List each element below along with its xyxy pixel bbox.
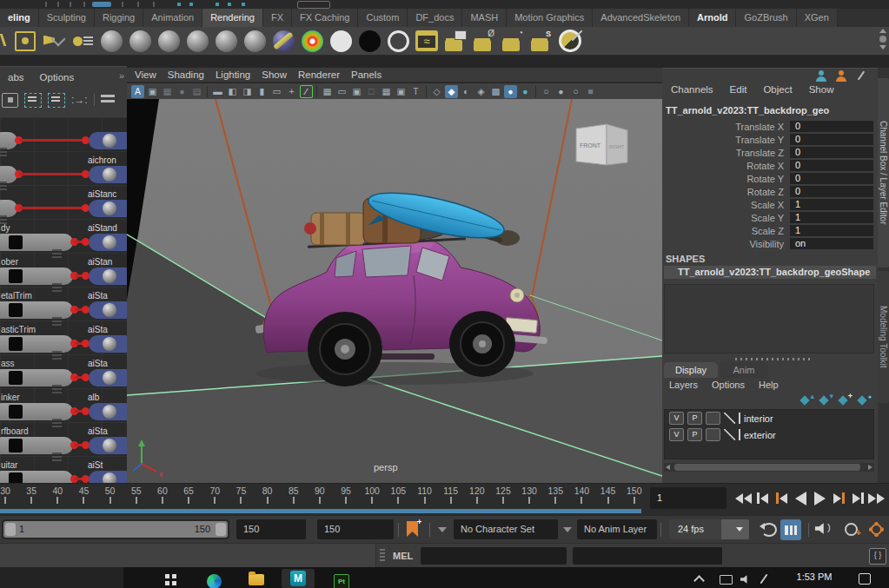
renderer-a-icon[interactable]: A xyxy=(131,85,144,98)
ramp-shader-icon[interactable] xyxy=(300,29,324,54)
layer-color-swatch[interactable] xyxy=(724,413,735,424)
scene-end-field[interactable]: 150 xyxy=(317,519,394,539)
anim-layer-dropdown-icon[interactable] xyxy=(563,527,572,532)
material-sphere-icon[interactable] xyxy=(242,29,267,54)
attribute-label[interactable]: Rotate Z xyxy=(662,187,790,197)
textured-icon[interactable]: ◈ xyxy=(474,85,488,98)
viewport-menu-item[interactable]: Shading xyxy=(168,69,204,80)
attribute-label[interactable]: Translate X xyxy=(662,122,790,132)
taskbar-clock[interactable]: 1:53 PM xyxy=(789,571,839,582)
bookmark-icon[interactable]: ▮ xyxy=(255,85,269,98)
pen-tray-icon[interactable] xyxy=(760,574,767,585)
play-forwards-button[interactable] xyxy=(811,487,828,509)
attribute-value-field[interactable]: 1 xyxy=(790,225,873,236)
shelf-scrollbar[interactable] xyxy=(878,29,888,55)
shelf-tab[interactable]: DF_docs xyxy=(408,9,462,27)
resolution-gate-icon[interactable]: ▣ xyxy=(350,85,363,98)
attribute-label[interactable]: Scale X xyxy=(662,200,790,210)
person-orange-icon[interactable] xyxy=(835,69,847,82)
layout-icon[interactable]: ▤ xyxy=(190,85,203,98)
shape-node-row[interactable]: TT_arnold_v2023:TT_backdrop_geoShape xyxy=(664,266,876,279)
channel-box-menu-item[interactable]: Show xyxy=(809,84,834,95)
move-layer-down-icon[interactable] xyxy=(819,393,833,406)
light-editor-icon[interactable] xyxy=(70,29,95,54)
script-editor-icon[interactable] xyxy=(869,548,886,565)
paint-target-icon[interactable] xyxy=(558,29,582,54)
material-node-row[interactable]: rfboard aiSta xyxy=(0,426,127,459)
shelf-tab[interactable]: MASH xyxy=(462,9,507,27)
layer-editor-menu-item[interactable]: Layers xyxy=(669,380,698,390)
material-node-row[interactable] xyxy=(0,121,127,155)
xray-icon[interactable]: ■ xyxy=(584,85,597,98)
material-sphere-icon[interactable] xyxy=(156,29,181,54)
go-to-start-button[interactable] xyxy=(734,487,752,509)
attribute-label[interactable]: Visibility xyxy=(662,239,790,249)
maya-app-icon[interactable]: M xyxy=(290,571,306,586)
shader-node[interactable] xyxy=(89,234,127,251)
camera-settings-icon[interactable]: ◨ xyxy=(241,85,254,98)
mel-label[interactable]: MEL xyxy=(393,544,413,568)
channel-box-menu-item[interactable]: Edit xyxy=(730,84,747,95)
layer-playback-toggle[interactable]: P xyxy=(687,412,702,425)
material-node-row[interactable]: inker alb xyxy=(0,392,127,426)
view-cube[interactable]: FRONT RIGHT xyxy=(576,124,627,165)
circle-outline-icon[interactable]: ○ xyxy=(569,85,582,98)
volume-tray-icon[interactable] xyxy=(740,575,749,584)
attribute-value-field[interactable]: 0 xyxy=(790,186,873,197)
field-chart-icon[interactable]: ▦ xyxy=(380,85,393,98)
clip-editor-icon[interactable] xyxy=(780,519,801,540)
shader-node[interactable] xyxy=(89,132,127,149)
character-set-dropdown-icon[interactable] xyxy=(438,527,447,532)
attribute-value-field[interactable]: on xyxy=(790,238,873,249)
drag-grip[interactable] xyxy=(380,549,385,563)
grid-icon[interactable]: ▦ xyxy=(321,85,334,98)
folder-window-icon[interactable] xyxy=(443,29,468,54)
attribute-label[interactable]: Translate Z xyxy=(662,148,790,158)
attribute-label[interactable]: Scale Z xyxy=(662,226,790,236)
material-sphere-icon[interactable] xyxy=(185,29,209,54)
animation-end-field[interactable]: 150 xyxy=(236,519,306,539)
display-tray-icon[interactable] xyxy=(720,575,733,585)
display-layer-row[interactable]: V P interior xyxy=(665,410,873,426)
pt-app-icon[interactable]: Pt xyxy=(334,574,349,588)
attribute-value-field[interactable]: 0 xyxy=(790,134,873,145)
material-node-row[interactable]: asticTrim aiSta xyxy=(0,324,127,358)
viewport-menu-item[interactable]: View xyxy=(135,69,156,80)
shader-node[interactable] xyxy=(89,403,127,420)
material-node-row[interactable]: dy aiStand xyxy=(0,222,127,256)
material-node-row[interactable]: uitar aiSt xyxy=(0,459,127,484)
attribute-value-field[interactable]: 0 xyxy=(790,160,873,171)
pencil-icon[interactable] xyxy=(855,69,867,82)
step-forward-key-button[interactable] xyxy=(830,487,847,509)
step-back-frame-button[interactable] xyxy=(753,487,771,509)
layer-editor-menu-item[interactable]: Help xyxy=(759,380,779,390)
layered-shader-icon[interactable] xyxy=(271,29,295,54)
light-partial-icon[interactable] xyxy=(2,29,9,54)
rearrange-graph-icon[interactable]: :→: xyxy=(71,94,88,106)
separator[interactable] xyxy=(426,86,427,97)
range-start-handle[interactable] xyxy=(5,523,16,536)
ring-material-icon[interactable] xyxy=(386,29,410,54)
folder-s-icon[interactable] xyxy=(529,29,554,54)
material-sphere-icon[interactable] xyxy=(128,29,152,54)
shelf-tab[interactable]: GoZBrush xyxy=(736,9,796,27)
viewport-menu-item[interactable]: Show xyxy=(262,69,287,80)
playback-range-slider[interactable]: 1 150 xyxy=(2,519,229,539)
animation-preferences-icon[interactable] xyxy=(871,524,882,535)
shelf-tab[interactable]: XGen xyxy=(797,9,838,27)
shelf-tab[interactable]: FX xyxy=(263,9,292,27)
camera-icon[interactable]: ▬ xyxy=(211,85,224,98)
half-shade-icon[interactable]: ◐ xyxy=(460,85,473,98)
white-material-icon[interactable] xyxy=(328,29,353,54)
hypershade-graph[interactable]: aichron aiStanc xyxy=(0,117,127,484)
shader-node[interactable] xyxy=(89,268,127,285)
create-layer-from-selection-icon[interactable] xyxy=(857,393,871,406)
separator[interactable] xyxy=(316,86,317,97)
frame-all-icon[interactable] xyxy=(2,93,18,108)
shader-node[interactable] xyxy=(89,369,127,386)
shelf-tab[interactable]: FX Caching xyxy=(292,9,358,27)
frame-select-icon[interactable]: ▣ xyxy=(146,85,159,98)
scroll-right-icon[interactable] xyxy=(868,465,872,470)
shaded-sphere-icon[interactable]: ● xyxy=(554,85,567,98)
material-node-row[interactable]: aichron xyxy=(0,155,127,188)
